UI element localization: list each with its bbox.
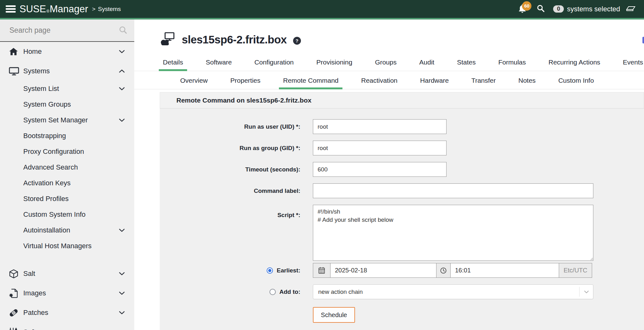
logo-suse-text: SUSE — [19, 3, 46, 15]
script-textarea[interactable]: #!/bin/sh # Add your shell script below — [313, 205, 593, 261]
sidebar-section-gap — [0, 254, 134, 264]
tab-states[interactable]: States — [453, 55, 480, 71]
command-label-label: Command label: — [160, 187, 300, 194]
tab-configuration[interactable]: Configuration — [250, 55, 298, 71]
sidebar-item-label: System Set Manager — [23, 116, 88, 124]
subtab-custom-info[interactable]: Custom Info — [554, 73, 598, 89]
virtual-system-icon — [160, 32, 175, 47]
tab-details[interactable]: Details — [159, 55, 187, 71]
hamburger-menu-icon[interactable] — [6, 5, 16, 13]
time-input[interactable] — [450, 263, 559, 278]
command-label-input[interactable] — [313, 183, 593, 198]
page-title-row: sles15sp6-2.fritz.box ? — [160, 32, 644, 47]
subtab-properties[interactable]: Properties — [226, 73, 265, 89]
run-as-user-row: Run as user (UID) *: — [160, 119, 644, 134]
sidebar-item-home[interactable]: Home — [0, 42, 134, 61]
sidebar-item-patches[interactable]: Patches — [0, 303, 134, 322]
sidebar-item-label: Custom System Info — [23, 210, 86, 219]
run-as-group-row: Run as group (GID) *: — [160, 141, 644, 155]
sidebar-search-box — [0, 20, 134, 42]
sidebar-item-software[interactable]: Software — [0, 322, 134, 330]
sidebar-item-label: Bootstrapping — [23, 132, 66, 140]
global-search-icon[interactable] — [536, 4, 545, 14]
system-set-manager-status[interactable]: 0 systems selected — [553, 5, 636, 13]
sidebar-item-system-list[interactable]: System List — [0, 81, 134, 97]
datetime-picker-group: Etc/UTC — [313, 263, 593, 278]
clear-ssm-eraser-icon[interactable] — [626, 5, 636, 13]
sidebar-item-images[interactable]: Images — [0, 283, 134, 303]
breadcrumb-systems[interactable]: Systems — [98, 6, 121, 13]
sidebar-item-label: System List — [23, 85, 59, 93]
primary-tabs: Details Software Configuration Provision… — [134, 55, 644, 71]
tab-recurring-actions[interactable]: Recurring Actions — [544, 55, 604, 71]
sidebar-item-stored-profiles[interactable]: Stored Profiles — [0, 191, 134, 207]
subtab-remote-command[interactable]: Remote Command — [279, 73, 342, 89]
sidebar-item-label: Patches — [23, 309, 48, 317]
schedule-button[interactable]: Schedule — [313, 307, 355, 323]
sidebar-search-icon[interactable] — [119, 25, 127, 36]
suse-manager-logo[interactable]: SUSE®Manager — [19, 3, 88, 15]
sidebar-item-label: Autoinstallation — [23, 226, 70, 234]
timeout-label: Timeout (seconds): — [160, 166, 300, 173]
timeout-input[interactable] — [313, 162, 447, 177]
sidebar-item-advanced-search[interactable]: Advanced Search — [0, 159, 134, 175]
chevron-down-icon — [119, 311, 125, 315]
desktop-icon — [9, 67, 23, 76]
secondary-tabs: Overview Properties Remote Command React… — [134, 73, 644, 89]
date-input[interactable] — [330, 263, 436, 278]
earliest-radio[interactable] — [267, 267, 273, 274]
sidebar-item-label: Software — [23, 328, 51, 330]
sidebar-item-proxy-configuration[interactable]: Proxy Configuration — [0, 144, 134, 159]
sidebar-item-salt[interactable]: Salt — [0, 264, 134, 283]
schedule-button-row: Schedule — [160, 307, 644, 323]
sidebar-item-system-groups[interactable]: System Groups — [0, 97, 134, 112]
sidebar-item-custom-system-info[interactable]: Custom System Info — [0, 207, 134, 222]
sidebar-item-autoinstallation[interactable]: Autoinstallation — [0, 222, 134, 238]
breadcrumb-separator: > — [92, 6, 95, 13]
subtab-notes[interactable]: Notes — [514, 73, 540, 89]
ssm-label: systems selected — [567, 5, 620, 13]
run-as-user-label: Run as user (UID) *: — [160, 123, 300, 130]
ssm-count-badge: 0 — [553, 5, 564, 13]
subtab-reactivation[interactable]: Reactivation — [357, 73, 402, 89]
sidebar-item-systems[interactable]: Systems — [0, 61, 134, 81]
notifications-button[interactable]: 60 — [518, 4, 528, 14]
subtab-transfer[interactable]: Transfer — [467, 73, 500, 89]
clipped-edge-link[interactable] — [642, 37, 644, 43]
bandage-icon — [9, 308, 23, 318]
sliders-icon — [9, 327, 23, 330]
add-to-label: Add to: — [280, 288, 300, 295]
sidebar-item-label: Virtual Host Managers — [23, 242, 92, 250]
tab-software[interactable]: Software — [202, 55, 236, 71]
help-icon[interactable]: ? — [293, 37, 301, 45]
command-label-row: Command label: — [160, 183, 644, 198]
script-row: Script *: #!/bin/sh # Add your shell scr… — [160, 205, 644, 259]
tab-audit[interactable]: Audit — [415, 55, 438, 71]
tab-formulas[interactable]: Formulas — [494, 55, 530, 71]
sidebar-search-input[interactable] — [9, 26, 119, 35]
notification-count-badge: 60 — [522, 1, 531, 11]
sidebar-item-bootstrapping[interactable]: Bootstrapping — [0, 128, 134, 144]
sidebar-item-virtual-host-managers[interactable]: Virtual Host Managers — [0, 238, 134, 254]
breadcrumb: > Systems — [92, 6, 121, 13]
image-document-gear-icon — [9, 288, 23, 298]
chevron-down-icon — [119, 292, 125, 295]
tab-events[interactable]: Events — [619, 55, 644, 71]
sidebar-item-activation-keys[interactable]: Activation Keys — [0, 175, 134, 191]
add-to-radio[interactable] — [269, 289, 276, 295]
calendar-icon — [313, 263, 330, 278]
subtab-overview[interactable]: Overview — [176, 73, 212, 89]
tab-groups[interactable]: Groups — [371, 55, 401, 71]
tab-provisioning[interactable]: Provisioning — [312, 55, 356, 71]
top-navigation-bar: SUSE®Manager > Systems 60 0 systems sele… — [0, 0, 644, 18]
sidebar-item-system-set-manager[interactable]: System Set Manager — [0, 112, 134, 128]
script-label: Script *: — [160, 205, 300, 219]
run-as-group-input[interactable] — [313, 141, 447, 155]
action-chain-input[interactable] — [313, 284, 593, 299]
logo-manager-text: Manager — [50, 3, 88, 15]
chevron-down-icon[interactable] — [584, 290, 589, 294]
run-as-user-input[interactable] — [313, 119, 447, 134]
chevron-down-icon — [119, 272, 125, 276]
subtab-hardware[interactable]: Hardware — [416, 73, 453, 89]
earliest-row: Earliest: Etc/UTC — [160, 263, 644, 278]
